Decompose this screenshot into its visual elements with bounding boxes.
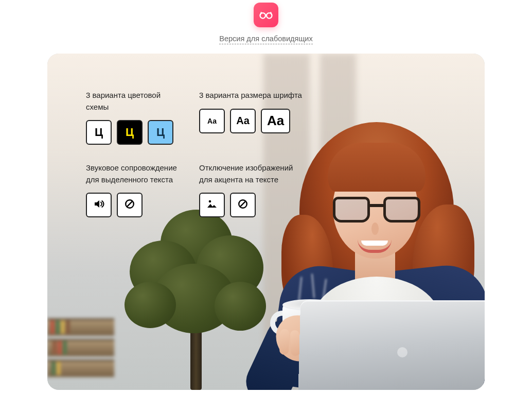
- color-scheme-label: 3 варианта цветовой схемы: [86, 90, 184, 113]
- image-icon: [206, 198, 218, 212]
- accessibility-version-link[interactable]: Версия для слабовидящих: [219, 35, 312, 44]
- audio-label: Звуковое сопровождение для выделенного т…: [86, 162, 184, 185]
- audio-off-button[interactable]: [117, 193, 143, 217]
- images-on-button[interactable]: [199, 193, 225, 217]
- accessibility-badge-icon: [254, 3, 278, 27]
- images-label: Отключение изображений для акцента на те…: [199, 162, 307, 185]
- images-off-button[interactable]: [230, 193, 256, 217]
- svg-point-4: [209, 200, 211, 203]
- sound-icon: [93, 198, 105, 212]
- color-scheme-option-blue[interactable]: Ц: [148, 120, 173, 145]
- disable-icon: [237, 198, 249, 212]
- font-size-option-large[interactable]: Aa: [261, 109, 290, 133]
- svg-line-3: [127, 201, 133, 207]
- audio-on-button[interactable]: [86, 193, 112, 217]
- color-scheme-option-dark[interactable]: Ц: [117, 120, 143, 145]
- header: Версия для слабовидящих: [0, 0, 532, 44]
- font-size-option-medium[interactable]: Aa: [230, 109, 256, 133]
- disable-icon: [124, 198, 135, 212]
- preview-card: 3 варианта цветовой схемы Ц Ц Ц 3 вариан…: [47, 54, 485, 390]
- font-size-option-small[interactable]: Aa: [199, 109, 225, 133]
- font-size-label: 3 варианта размера шрифта: [199, 90, 307, 101]
- svg-line-6: [240, 201, 246, 207]
- accessibility-options-panel: 3 варианта цветовой схемы Ц Ц Ц 3 вариан…: [86, 90, 312, 235]
- color-scheme-option-light[interactable]: Ц: [86, 120, 112, 145]
